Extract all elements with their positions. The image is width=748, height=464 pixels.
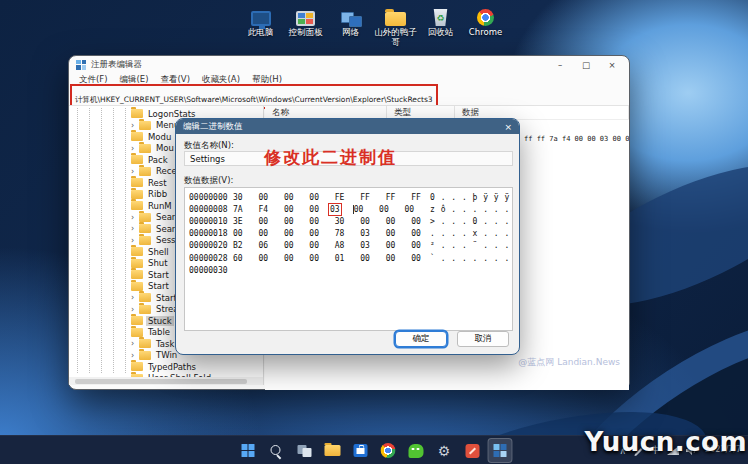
hex-ascii: ² . . . ¨ . . . bbox=[430, 241, 509, 250]
regedit-app-icon bbox=[76, 60, 86, 70]
maximize-button[interactable]: □ bbox=[573, 58, 599, 72]
hex-offset: 00000030 bbox=[189, 266, 233, 275]
registry-key-folder-icon bbox=[131, 178, 143, 187]
folder-icon bbox=[385, 12, 406, 26]
value-data-label: 数值数据(V): bbox=[184, 175, 233, 187]
hex-offset: 00000028 bbox=[189, 254, 233, 263]
registry-key-folder-icon bbox=[139, 224, 151, 233]
cancel-button[interactable]: 取消 bbox=[457, 331, 509, 347]
tree-item-label: Shut bbox=[146, 258, 170, 268]
hex-row: 00000010 3E 00 00 00 30 00 00 00 > . . .… bbox=[189, 215, 508, 227]
windows-logo-icon bbox=[242, 444, 255, 457]
wechat-icon bbox=[409, 444, 424, 458]
registry-key-folder-icon bbox=[131, 259, 143, 268]
registry-key-folder-icon bbox=[131, 155, 143, 164]
chrome-icon bbox=[381, 443, 396, 458]
start-button[interactable] bbox=[236, 438, 261, 463]
registry-key-folder-icon bbox=[131, 132, 143, 141]
hex-ascii: > . . . 0 . . . bbox=[430, 217, 509, 226]
hex-row: 00000008 7A F4 00 000300 00 00 z ô . . .… bbox=[189, 203, 508, 215]
expand-chevron-icon[interactable] bbox=[131, 224, 139, 233]
tree-item-label: Mou bbox=[154, 143, 176, 153]
tree-guide-line bbox=[101, 108, 102, 373]
expand-chevron-icon[interactable] bbox=[131, 144, 139, 153]
registry-key-folder-icon bbox=[139, 213, 151, 222]
hex-offset: 00000018 bbox=[189, 229, 233, 238]
hex-offset: 00000010 bbox=[189, 217, 233, 226]
expand-chevron-icon[interactable] bbox=[131, 305, 139, 314]
search-button[interactable] bbox=[264, 438, 289, 463]
tree-guide-line bbox=[125, 108, 126, 373]
desktop-icon-grid: 此电脑 控制面板 网络 山外的鸭子哥 ♻ 回收站 Chrome bbox=[238, 2, 508, 48]
microsoft-store-button[interactable] bbox=[348, 438, 373, 463]
registry-key-folder-icon bbox=[139, 167, 151, 176]
publisher-watermark: @蓝点网 Landian.News bbox=[518, 356, 620, 369]
dialog-body: 数值名称(N): Settings 修改此二进制值 数值数据(V): 00000… bbox=[176, 134, 519, 354]
red-annotation-text: 修改此二进制值 bbox=[264, 146, 397, 169]
registry-key-folder-icon bbox=[131, 328, 143, 337]
desktop-icon-label: Chrome bbox=[469, 28, 502, 38]
expand-chevron-icon[interactable] bbox=[131, 339, 139, 348]
hex-offset: 00000000 bbox=[189, 193, 233, 202]
dialog-close-icon[interactable]: × bbox=[504, 122, 512, 132]
desktop-icon-network[interactable]: 网络 bbox=[328, 2, 373, 48]
tree-item-label: Sear bbox=[154, 212, 177, 222]
scrollbar-thumb[interactable] bbox=[75, 379, 247, 384]
desktop-icon-recycle-bin[interactable]: ♻ 回收站 bbox=[418, 2, 463, 48]
hex-offset: 00000020 bbox=[189, 241, 233, 250]
desktop-icon-this-pc[interactable]: 此电脑 bbox=[238, 2, 283, 48]
control-panel-icon bbox=[296, 11, 315, 26]
gear-icon: ⚙ bbox=[438, 444, 451, 458]
hex-bytes: 3E 00 00 00 30 00 00 00 bbox=[233, 217, 430, 226]
expand-chevron-icon[interactable] bbox=[131, 167, 139, 176]
minimize-button[interactable]: – bbox=[547, 58, 573, 72]
chrome-button[interactable] bbox=[376, 438, 401, 463]
edit-binary-value-dialog: 编辑二进制数值 × 数值名称(N): Settings 修改此二进制值 数值数据… bbox=[175, 118, 520, 355]
settings-button[interactable]: ⚙ bbox=[432, 438, 457, 463]
expand-chevron-icon[interactable] bbox=[131, 236, 139, 245]
tree-item-label: Pack bbox=[146, 155, 170, 165]
registry-key-folder-icon bbox=[131, 316, 143, 325]
expand-chevron-icon[interactable] bbox=[131, 121, 139, 130]
close-button[interactable]: × bbox=[599, 58, 625, 72]
tree-guide-line bbox=[113, 108, 114, 373]
desktop-icon-control-panel[interactable]: 控制面板 bbox=[283, 2, 328, 48]
address-bar[interactable]: 计算机\HKEY_CURRENT_USER\Software\Microsoft… bbox=[69, 87, 629, 105]
tree-item-label: Table bbox=[146, 327, 172, 337]
hex-row: 00000020 B2 06 00 00 A8 03 00 00 ² . . .… bbox=[189, 240, 508, 252]
hex-ascii: 0 . . . þ ÿ ÿ ÿ bbox=[430, 193, 509, 202]
registry-key-folder-icon bbox=[131, 190, 143, 199]
file-explorer-button[interactable] bbox=[320, 438, 345, 463]
tree-item[interactable]: TypedPaths bbox=[69, 361, 263, 373]
task-view-button[interactable] bbox=[292, 438, 317, 463]
desktop-icon-label: 网络 bbox=[342, 28, 359, 38]
pinned-app-button[interactable] bbox=[460, 438, 485, 463]
horizontal-scrollbar[interactable] bbox=[69, 377, 264, 385]
registry-key-folder-icon bbox=[139, 305, 151, 314]
tree-item-label: RunM bbox=[146, 201, 174, 211]
desktop-icon-label: 回收站 bbox=[428, 28, 454, 38]
regedit-taskbar-button[interactable] bbox=[488, 438, 513, 463]
ok-button[interactable]: 确定 bbox=[395, 331, 447, 347]
desktop-icon-folder[interactable]: 山外的鸭子哥 bbox=[373, 2, 418, 48]
dialog-buttons: 确定 取消 bbox=[395, 331, 509, 347]
expand-chevron-icon[interactable] bbox=[131, 293, 139, 302]
desktop-icon-chrome[interactable]: Chrome bbox=[463, 2, 508, 48]
registry-key-folder-icon bbox=[139, 339, 151, 348]
hex-row: 00000028 60 00 00 00 01 00 00 00 ` . . .… bbox=[189, 252, 508, 264]
address-path: 计算机\HKEY_CURRENT_USER\Software\Microsoft… bbox=[75, 95, 433, 104]
registry-key-folder-icon bbox=[139, 351, 151, 360]
hex-editor[interactable]: 00000000 30 00 00 00 FE FF FF FF 0 . . .… bbox=[184, 187, 513, 331]
registry-key-folder-icon bbox=[139, 236, 151, 245]
expand-chevron-icon[interactable] bbox=[131, 351, 139, 360]
expand-chevron-icon[interactable] bbox=[131, 213, 139, 222]
registry-key-folder-icon bbox=[131, 282, 143, 291]
dialog-title: 编辑二进制数值 bbox=[183, 121, 504, 133]
wechat-button[interactable] bbox=[404, 438, 429, 463]
registry-key-folder-icon bbox=[131, 247, 143, 256]
tree-item-label: Rest bbox=[146, 178, 169, 188]
registry-key-folder-icon bbox=[131, 270, 143, 279]
tree-item-label: Start bbox=[146, 281, 171, 291]
tree-item-label: Stuck bbox=[146, 316, 174, 326]
hex-bytes: B2 06 00 00 A8 03 00 00 bbox=[233, 241, 430, 250]
